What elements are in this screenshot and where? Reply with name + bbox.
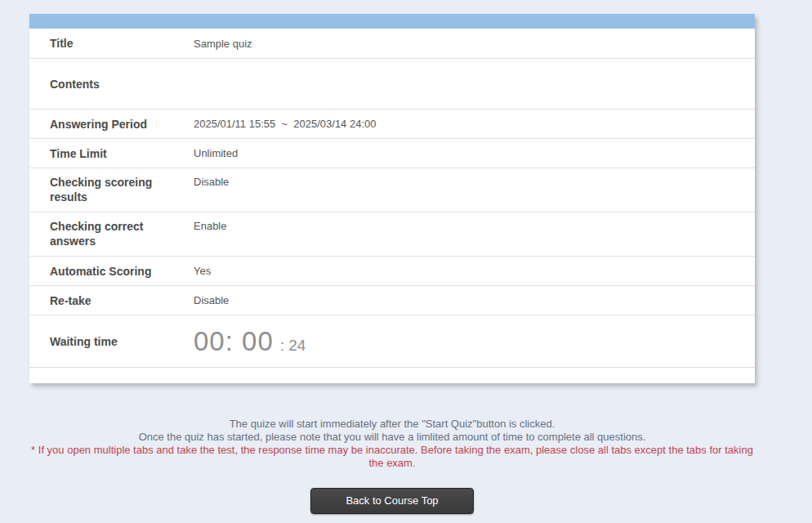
quiz-info-panel: Title Sample quiz Contents Answering Per… (29, 14, 755, 383)
note-warning-multiple-tabs: * If you open multiple tabs and take the… (29, 444, 755, 470)
row-value-checking-correct-answers: Enable (194, 219, 755, 233)
row-label-checking-scoring-results: Checking scoreing results (29, 175, 194, 204)
table-row-checking-correct-answers: Checking correct answers Enable (29, 212, 755, 256)
row-value-automatic-scoring: Yes (194, 264, 755, 278)
row-label-automatic-scoring: Automatic Scoring (29, 264, 194, 279)
row-label-answering-period: Answering Period (29, 117, 194, 132)
waiting-clock-main: 00: 00 (194, 327, 274, 356)
row-value-title: Sample quiz (194, 37, 755, 51)
panel-footer-strip (29, 367, 755, 383)
quiz-notes: The quize will start immediately after t… (29, 418, 755, 470)
row-value-answering-period: 2025/01/11 15:55 ~ 2025/03/14 24:00 (194, 117, 755, 131)
table-row-title: Title Sample quiz (29, 29, 755, 58)
table-row-retake: Re-take Disable (29, 285, 755, 315)
row-label-title: Title (29, 36, 194, 51)
button-row: Back to Course Top (29, 488, 755, 514)
row-label-time-limit: Time Limit (29, 146, 194, 161)
back-to-course-top-button[interactable]: Back to Course Top (310, 488, 473, 514)
note-line-2: Once the quiz has started, please note t… (29, 431, 755, 444)
table-row-contents: Contents (29, 58, 755, 109)
row-value-time-limit: Unlimited (194, 146, 755, 160)
row-label-checking-correct-answers: Checking correct answers (29, 219, 194, 248)
row-value-retake: Disable (194, 293, 755, 307)
note-line-1: The quize will start immediately after t… (29, 418, 755, 431)
table-row-time-limit: Time Limit Unlimited (29, 138, 755, 168)
panel-header-bar (29, 14, 755, 29)
table-row-answering-period: Answering Period 2025/01/11 15:55 ~ 2025… (29, 109, 755, 138)
waiting-clock-seconds: : 24 (280, 338, 306, 352)
row-label-contents: Contents (29, 77, 194, 92)
row-label-retake: Re-take (29, 293, 194, 308)
table-row-checking-scoring-results: Checking scoreing results Disable (29, 168, 755, 212)
row-value-checking-scoring-results: Disable (194, 175, 755, 189)
table-row-automatic-scoring: Automatic Scoring Yes (29, 256, 755, 285)
table-row-waiting-time: Waiting time 00: 00 : 24 (29, 315, 755, 367)
row-label-waiting-time: Waiting time (29, 334, 194, 349)
waiting-time-clock: 00: 00 : 24 (194, 327, 755, 356)
